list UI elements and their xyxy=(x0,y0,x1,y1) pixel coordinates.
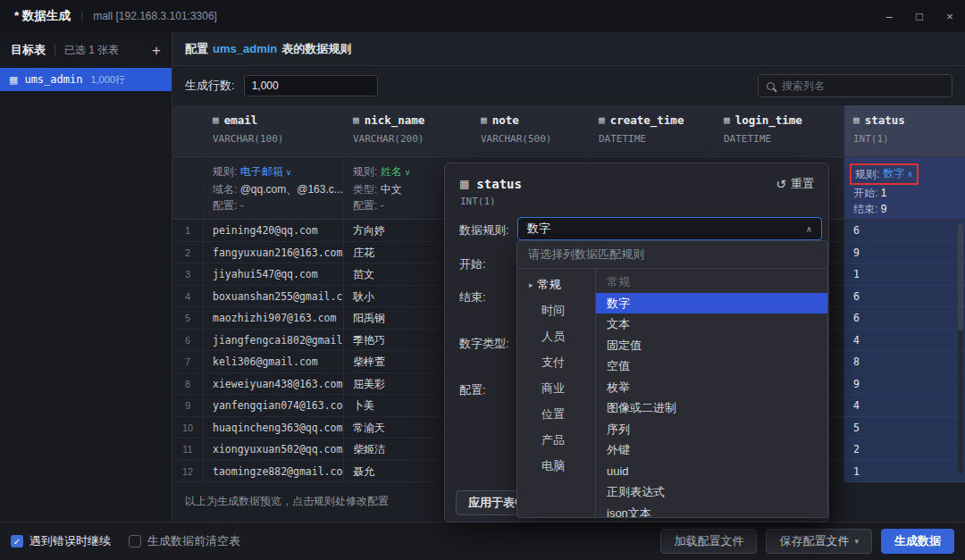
checkbox-continue-on-error[interactable]: ✓ 遇到错误时继续 xyxy=(11,533,111,549)
config-header-table-name: ums_admin xyxy=(213,42,277,55)
config-header: 配置 ums_admin 表的数据规则 xyxy=(172,32,965,66)
table-column-icon: ▦ xyxy=(213,114,219,126)
rule-option-text[interactable]: 文本 xyxy=(596,313,827,335)
row-number: 9 xyxy=(172,395,203,417)
save-config-button[interactable]: 保存配置文件▾ xyxy=(766,529,872,554)
column-header-nick-name[interactable]: ▦nick_name VARCHAR(200) xyxy=(344,105,471,157)
rule-dropdown-panel: 请选择列数据匹配规则 ▸常规 时间 人员 支付 商业 位置 产品 电脑 常规 数… xyxy=(516,240,828,518)
arrow-right-icon: ▸ xyxy=(529,280,533,289)
chevron-down-icon: ∨ xyxy=(286,168,292,177)
rule-cell-status[interactable]: 规则:数字∧ 开始: 1 结束: 9 xyxy=(844,157,965,220)
sidebar-item-ums-admin[interactable]: ▦ ums_admin 1,000行 xyxy=(0,68,172,91)
category-payment[interactable]: 支付 xyxy=(517,349,595,375)
connection-info: mall [192.168.3.101:3306] xyxy=(93,10,217,22)
chevron-up-icon: ∧ xyxy=(907,170,913,179)
column-header-login-time[interactable]: ▦login_time DATETIME xyxy=(715,105,843,157)
dropdown-caret-icon: ▾ xyxy=(854,537,859,546)
status-cell: 6 xyxy=(844,220,965,242)
sidebar-table-rowcount: 1,000行 xyxy=(90,73,125,87)
rows-count-input[interactable] xyxy=(244,75,378,96)
statusbar-buttons: 加载配置文件 保存配置文件▾ 生成数据 xyxy=(660,529,954,554)
email-cell: xieweiyuan438@163.com xyxy=(204,373,343,396)
rule-option-regex[interactable]: 正则表达式 xyxy=(596,481,827,503)
rule-value: @qq.com、@163.c... xyxy=(240,183,343,196)
status-cell: 4 xyxy=(844,395,965,417)
config-header-suffix: 表的数据规则 xyxy=(281,41,351,57)
rule-label: 类型: xyxy=(353,183,377,196)
category-general[interactable]: ▸常规 xyxy=(517,272,595,297)
column-type: VARCHAR(500) xyxy=(481,133,580,145)
column-type: INT(1) xyxy=(853,133,956,145)
start-field-label: 开始: xyxy=(459,256,486,272)
minimize-icon[interactable]: – xyxy=(874,0,904,32)
category-time[interactable]: 时间 xyxy=(517,297,595,323)
scrollbar-thumb[interactable] xyxy=(958,223,963,330)
table-column-icon: ▦ xyxy=(724,114,730,126)
status-cell: 9 xyxy=(844,373,965,396)
dropdown-item-list: 常规 数字 文本 固定值 空值 枚举 图像或二进制 序列 外键 uuid 正则表… xyxy=(596,269,827,517)
column-header-email[interactable]: ▦email VARCHAR(100) xyxy=(204,105,343,157)
table-icon: ▦ xyxy=(9,74,18,86)
column-header-status[interactable]: ▦status INT(1) xyxy=(844,105,965,157)
search-icon xyxy=(767,82,775,90)
email-cell: fangyuxuan216@163.com xyxy=(204,242,343,264)
rule-select-value: 数字 xyxy=(527,221,550,237)
column-header-note[interactable]: ▦note VARCHAR(500) xyxy=(472,105,589,157)
close-icon[interactable]: × xyxy=(935,0,965,32)
rule-option-sequence[interactable]: 序列 xyxy=(596,419,827,440)
column-email: ▦email VARCHAR(100) 规则: 电子邮箱∨ 域名: @qq.co… xyxy=(204,105,344,482)
rule-label: 规则: xyxy=(353,165,377,178)
rule-option-json-text[interactable]: json文本 xyxy=(596,503,827,518)
row-number: 8 xyxy=(172,373,203,396)
column-type: DATETIME xyxy=(724,133,835,145)
chevron-up-icon: ∧ xyxy=(806,224,812,234)
table-column-icon: ▦ xyxy=(853,114,860,126)
category-product[interactable]: 产品 xyxy=(517,427,595,453)
rule-label: 结束: xyxy=(853,203,877,215)
vertical-scrollbar[interactable] xyxy=(958,223,963,473)
column-name: create_time xyxy=(610,113,684,127)
rule-value: 姓名∨ xyxy=(381,165,411,178)
rule-option-fixed-value[interactable]: 固定值 xyxy=(596,335,827,356)
rule-value: 数字∧ xyxy=(883,165,913,183)
add-table-icon[interactable]: + xyxy=(152,43,161,58)
dropdown-placeholder: 请选择列数据匹配规则 xyxy=(517,241,827,269)
status-cell: 4 xyxy=(844,330,965,352)
sidebar-table-name: ums_admin xyxy=(24,73,82,86)
load-config-button[interactable]: 加载配置文件 xyxy=(660,529,757,554)
maximize-icon[interactable]: □ xyxy=(904,0,935,32)
column-name: nick_name xyxy=(365,113,425,127)
rule-option-foreign-key[interactable]: 外键 xyxy=(596,439,827,461)
title-bar: * 数据生成 | mall [192.168.3.101:3306] – □ × xyxy=(0,0,965,32)
row-number: 7 xyxy=(172,351,203,373)
table-column-icon: ▦ xyxy=(353,114,359,126)
checkbox-truncate-before-generate[interactable]: 生成数据前清空表 xyxy=(129,533,240,549)
rule-cell-email[interactable]: 规则: 电子邮箱∨ 域名: @qq.com、@163.c... 配置: - xyxy=(204,157,343,220)
column-search-box[interactable] xyxy=(758,74,952,97)
sidebar-divider xyxy=(55,45,55,55)
selected-tables-count: 已选 1 张表 xyxy=(64,43,119,58)
rule-option-null-value[interactable]: 空值 xyxy=(596,355,827,377)
email-cell: huaqincheng363@qq.com xyxy=(204,417,343,439)
email-cell: peining420@qq.com xyxy=(204,220,343,242)
reset-button[interactable]: ↺ 重置 xyxy=(776,176,814,192)
column-type: VARCHAR(100) xyxy=(213,133,334,145)
rule-option-number[interactable]: 数字 xyxy=(596,293,827,314)
category-person[interactable]: 人员 xyxy=(517,323,595,349)
rule-option-image-binary[interactable]: 图像或二进制 xyxy=(596,397,827,419)
rule-select[interactable]: 数字 ∧ xyxy=(517,217,822,240)
sidebar-header: 目标表 已选 1 张表 + xyxy=(0,32,172,68)
category-business[interactable]: 商业 xyxy=(517,375,595,401)
category-computer[interactable]: 电脑 xyxy=(517,453,595,479)
column-header-create-time[interactable]: ▦create_time DATETIME xyxy=(590,105,714,157)
rule-value: - xyxy=(381,199,384,212)
rule-option-uuid[interactable]: uuid xyxy=(596,461,827,482)
tab-target-tables[interactable]: 目标表 xyxy=(11,42,46,58)
category-location[interactable]: 位置 xyxy=(517,401,595,427)
column-search-input[interactable] xyxy=(782,79,944,92)
rule-option-enum[interactable]: 枚举 xyxy=(596,377,827,398)
email-cell: yanfengqian074@163.com xyxy=(204,395,343,417)
rule-label: 开始: xyxy=(853,187,877,199)
generate-data-button[interactable]: 生成数据 xyxy=(881,529,954,554)
row-number: 1 xyxy=(172,220,203,242)
